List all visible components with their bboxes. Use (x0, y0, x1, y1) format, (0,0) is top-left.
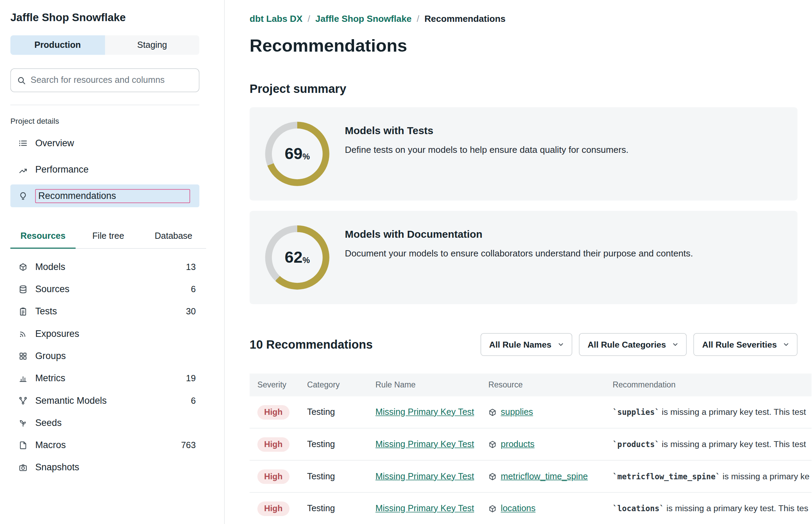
database-icon (19, 285, 27, 294)
resource-link-wrap: products (488, 439, 535, 449)
recommendation-text: is missing a primary key test. This tes (664, 504, 808, 513)
table-row: High Testing Missing Primary Key Test lo… (250, 493, 812, 524)
recommendation-code: `supplies` (612, 408, 659, 417)
filter-label: All Rule Categories (588, 340, 666, 349)
resource-link-wrap: locations (488, 503, 536, 514)
sidebar-item-recommendations[interactable]: Recommendations (10, 184, 200, 207)
filter-bar: All Rule Names All Rule Categories All R… (480, 333, 797, 356)
resource-link[interactable]: locations (501, 503, 536, 514)
resource-item-groups[interactable]: Groups (10, 345, 203, 367)
search-icon (17, 76, 26, 85)
trend-chart-icon (19, 165, 27, 174)
donut-chart-documentation: 62 % (265, 225, 329, 289)
breadcrumb-current: Recommendations (424, 14, 505, 24)
resource-count: 763 (181, 440, 196, 451)
main-content: dbt Labs DX / Jaffle Shop Snowflake / Re… (225, 0, 812, 524)
donut-percent-value: 62 (285, 248, 303, 267)
column-header-recommendation: Recommendation (605, 374, 811, 396)
card-models-with-tests: 69 % Models with Tests Define tests on y… (250, 107, 798, 200)
search-box[interactable] (10, 68, 200, 92)
recommendation-cell: `supplies` is missing a primary key test… (605, 396, 811, 428)
resource-label: Tests (35, 306, 57, 317)
resource-item-seeds[interactable]: Seeds (10, 412, 203, 434)
card-text: Models with Tests Define tests on your m… (345, 107, 629, 200)
sidebar-item-performance[interactable]: Performance (10, 158, 200, 181)
breadcrumb-separator: / (417, 14, 419, 24)
divider (10, 105, 200, 105)
resource-link-wrap: metricflow_time_spine (488, 471, 588, 482)
cube-icon (488, 472, 497, 481)
rule-name-cell: Missing Primary Key Test (368, 493, 480, 524)
resource-label: Snapshots (35, 462, 79, 473)
rule-name-link[interactable]: Missing Primary Key Test (376, 407, 474, 417)
rule-name-link[interactable]: Missing Primary Key Test (376, 439, 474, 449)
sidebar-item-label: Overview (35, 138, 74, 148)
resource-link[interactable]: supplies (501, 407, 533, 417)
resource-list: Models 13 Sources 6 Tests 30 (10, 256, 203, 479)
severity-badge: High (257, 437, 289, 452)
resource-item-sources[interactable]: Sources 6 (10, 278, 203, 300)
donut-chart-tests: 69 % (265, 122, 329, 186)
search-input[interactable] (30, 75, 193, 86)
nav-focus-ring: Recommendations (35, 189, 190, 203)
resource-item-snapshots[interactable]: Snapshots (10, 456, 203, 479)
file-icon (19, 441, 27, 449)
tab-production[interactable]: Production (10, 35, 105, 55)
summary-cards: 69 % Models with Tests Define tests on y… (250, 107, 798, 304)
resource-label: Macros (35, 440, 66, 451)
resource-link[interactable]: metricflow_time_spine (501, 471, 588, 482)
card-title: Models with Tests (345, 125, 629, 137)
resource-item-exposures[interactable]: Exposures (10, 323, 203, 345)
rule-name-link[interactable]: Missing Primary Key Test (376, 471, 474, 482)
resource-cell: supplies (480, 396, 605, 428)
recommendations-heading: 10 Recommendations (250, 338, 373, 351)
filter-rule-names[interactable]: All Rule Names (480, 333, 572, 356)
resource-cell: metricflow_time_spine (480, 461, 605, 492)
project-nav: Overview Performance Recommendations (10, 132, 200, 207)
page-title: Recommendations (250, 36, 812, 56)
rule-name-cell: Missing Primary Key Test (368, 461, 480, 492)
tab-file-tree[interactable]: File tree (76, 225, 141, 248)
severity-cell: High (250, 493, 300, 524)
clipboard-icon (19, 307, 27, 316)
rule-name-link[interactable]: Missing Primary Key Test (376, 503, 474, 514)
tab-staging[interactable]: Staging (105, 35, 200, 55)
resource-item-semantic-models[interactable]: Semantic Models 6 (10, 390, 203, 412)
resource-label: Exposures (35, 329, 79, 339)
recommendation-text: is missing a primary ke (720, 471, 810, 481)
recommendation-cell: `products` is missing a primary key test… (605, 428, 811, 460)
resource-item-models[interactable]: Models 13 (10, 256, 203, 278)
severity-cell: High (250, 461, 300, 492)
environment-switcher: Production Staging (10, 35, 200, 55)
recommendation-text: is missing a primary key test. This test (659, 439, 806, 449)
breadcrumb-project[interactable]: Jaffle Shop Snowflake (315, 14, 412, 24)
camera-icon (19, 463, 27, 472)
breadcrumb-account[interactable]: dbt Labs DX (250, 14, 303, 24)
filter-rule-categories[interactable]: All Rule Categories (579, 333, 687, 356)
tab-database[interactable]: Database (141, 225, 206, 248)
table-row: High Testing Missing Primary Key Test me… (250, 461, 812, 493)
card-models-with-documentation: 62 % Models with Documentation Document … (250, 211, 798, 304)
tab-resources[interactable]: Resources (10, 225, 76, 249)
cube-icon (488, 504, 497, 513)
resource-cell: products (480, 428, 605, 460)
card-title: Models with Documentation (345, 228, 693, 240)
cube-icon (19, 263, 27, 271)
resource-count: 30 (186, 306, 196, 317)
breadcrumb-separator: / (308, 14, 310, 24)
severity-badge: High (257, 469, 289, 484)
sidebar-item-overview[interactable]: Overview (10, 132, 200, 155)
donut-label: 62 % (265, 225, 329, 289)
resource-link[interactable]: products (501, 439, 535, 449)
donut-percent-sign: % (302, 256, 310, 265)
resource-item-metrics[interactable]: Metrics 19 (10, 367, 203, 390)
severity-cell: High (250, 396, 300, 428)
cube-icon (488, 408, 497, 416)
rule-name-cell: Missing Primary Key Test (368, 396, 480, 428)
sprout-icon (19, 419, 27, 427)
donut-percent-sign: % (302, 152, 310, 162)
resource-item-tests[interactable]: Tests 30 (10, 300, 203, 323)
recommendation-code: `locations` (612, 504, 664, 513)
resource-item-macros[interactable]: Macros 763 (10, 434, 203, 456)
filter-rule-severities[interactable]: All Rule Severities (694, 333, 797, 356)
